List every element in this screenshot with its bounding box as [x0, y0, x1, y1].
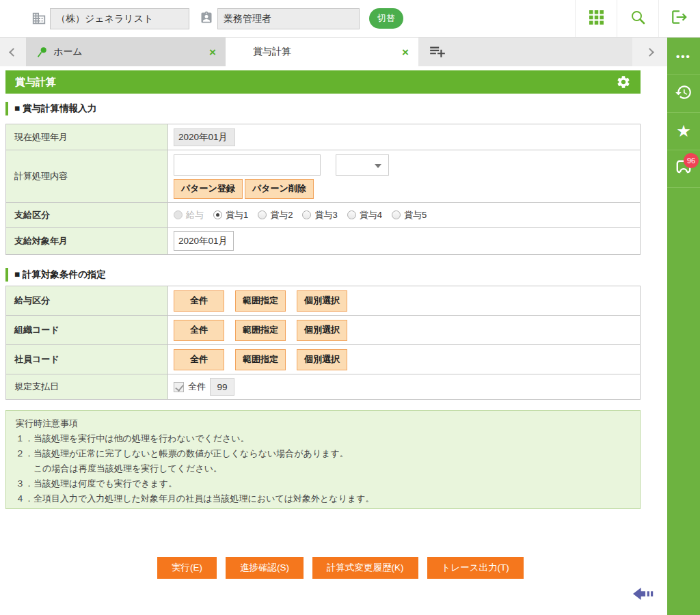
radio-bonus2-circle[interactable] — [258, 210, 267, 219]
salary-class-range-button[interactable]: 範囲指定 — [235, 290, 286, 312]
pattern-delete-button[interactable]: パターン削除 — [245, 179, 314, 199]
radio-bonus1-label: 賞与1 — [226, 209, 248, 221]
payday-all-checkbox — [174, 382, 184, 392]
tab-bonus-calc-label: 賞与計算 — [253, 46, 291, 58]
criteria-table: 給与区分 全件 範囲指定 個別選択 組織コード 全件 範囲指定 個別選択 社員コ… — [5, 286, 641, 400]
settings-button[interactable] — [616, 74, 631, 90]
tabbar: ホーム × 賞与計算 × — [0, 38, 667, 66]
collapse-panel-button[interactable] — [633, 586, 659, 602]
salary-class-label: 給与区分 — [6, 286, 168, 315]
radio-bonus5-label: 賞与5 — [404, 209, 427, 221]
employee-code-all-button[interactable]: 全件 — [174, 349, 224, 370]
radio-bonus1[interactable]: 賞与1 — [213, 209, 248, 221]
radio-bonus4-circle[interactable] — [347, 210, 356, 219]
org-code-label: 組織コード — [6, 316, 168, 344]
right-sidebar: ••• ★ 96 — [667, 38, 700, 615]
logout-icon — [671, 8, 688, 29]
tab-bonus-calc[interactable]: 賞与計算 × — [226, 38, 418, 66]
execute-button[interactable]: 実行(E) — [157, 557, 217, 579]
note-line: ３．当該処理は何度でも実行できます。 — [16, 476, 630, 491]
current-month-label: 現在処理年月 — [6, 124, 168, 150]
radio-bonus5[interactable]: 賞与5 — [392, 209, 427, 221]
current-month-input — [174, 128, 235, 146]
page-header: 賞与計算 — [5, 70, 641, 94]
trace-output-button[interactable]: トレース出力(T) — [427, 557, 524, 579]
role-clipboard-icon — [200, 11, 213, 27]
more-menu-button[interactable]: ••• — [667, 38, 700, 75]
tab-bonus-calc-close-icon[interactable]: × — [402, 46, 409, 58]
role-input[interactable] — [217, 8, 360, 29]
radio-bonus4[interactable]: 賞与4 — [347, 209, 382, 221]
execution-notes: 実行時注意事項 １．当該処理を実行中は他の処理を行わないでください。 ２．当該処… — [5, 410, 641, 509]
row-target-month: 支給対象年月 — [6, 228, 640, 254]
employee-code-label: 社員コード — [6, 345, 168, 374]
tabs-scroll-right-button[interactable] — [632, 38, 667, 66]
formula-history-button[interactable]: 計算式変更履歴(K) — [312, 557, 418, 579]
app-window: 切替 — [0, 0, 700, 615]
apps-grid-icon — [589, 10, 604, 27]
radio-bonus3[interactable]: 賞与3 — [302, 209, 337, 221]
payment-type-label: 支給区分 — [6, 203, 168, 227]
company-building-icon — [31, 11, 46, 29]
row-current-month: 現在処理年月 — [6, 124, 640, 150]
collapse-arrow-icon — [633, 586, 656, 601]
radio-bonus2[interactable]: 賞与2 — [258, 209, 293, 221]
notifications-button[interactable]: 96 — [667, 150, 700, 188]
pattern-select[interactable] — [336, 154, 389, 176]
row-calc-content: 計算処理内容 パターン登録 パターン削除 — [6, 150, 640, 203]
note-line: １．当該処理を実行中は他の処理を行わないでください。 — [16, 431, 630, 446]
row-payday: 規定支払日 全件 — [6, 374, 640, 399]
calc-content-input[interactable] — [174, 154, 321, 176]
salary-class-individual-button[interactable]: 個別選択 — [297, 290, 347, 312]
tab-home-close-icon[interactable]: × — [209, 46, 216, 58]
add-tab-icon — [429, 42, 446, 63]
radio-salary-label: 給与 — [186, 209, 204, 221]
salary-class-all-button[interactable]: 全件 — [174, 290, 224, 312]
radio-salary: 給与 — [174, 209, 204, 221]
payday-checkbox-label: 全件 — [188, 381, 206, 393]
payday-input — [210, 378, 234, 396]
row-org-code: 組織コード 全件 範囲指定 個別選択 — [6, 316, 640, 345]
notification-badge: 96 — [684, 153, 699, 168]
star-icon: ★ — [676, 123, 691, 139]
employee-code-range-button[interactable]: 範囲指定 — [235, 349, 286, 370]
tab-home[interactable]: ホーム × — [26, 38, 226, 66]
favorites-button[interactable]: ★ — [667, 113, 700, 150]
ellipsis-icon: ••• — [676, 51, 691, 62]
bonus-info-table: 現在処理年月 計算処理内容 パターン登録 パターン削除 — [5, 124, 641, 255]
progress-check-button[interactable]: 進捗確認(S) — [226, 557, 304, 579]
apps-grid-button[interactable] — [575, 0, 617, 37]
calc-content-label: 計算処理内容 — [6, 150, 168, 202]
page-title: 賞与計算 — [15, 76, 56, 89]
org-code-individual-button[interactable]: 個別選択 — [297, 320, 347, 341]
company-input[interactable] — [50, 8, 189, 29]
target-month-label: 支給対象年月 — [6, 228, 168, 254]
payment-type-radio-group: 給与 賞与1 賞与2 賞与3 — [168, 203, 640, 227]
action-buttons: 実行(E) 進捗確認(S) 計算式変更履歴(K) トレース出力(T) — [157, 557, 524, 579]
chevron-right-icon — [645, 48, 654, 57]
radio-bonus5-circle[interactable] — [392, 210, 401, 219]
radio-bonus1-circle[interactable] — [213, 210, 222, 219]
pattern-register-button[interactable]: パターン登録 — [174, 179, 243, 199]
note-line: ２．当該処理が正常に完了しないと帳票の数値が正しくならない場合があります。 — [16, 446, 630, 461]
section-title-input-info: ■ 賞与計算情報入力 — [5, 102, 96, 115]
employee-code-individual-button[interactable]: 個別選択 — [297, 349, 347, 370]
row-payment-type: 支給区分 給与 賞与1 賞与2 — [6, 203, 640, 228]
logout-button[interactable] — [658, 0, 700, 37]
note-line: この場合は再度当該処理を実行してください。 — [16, 461, 630, 476]
add-tab-button[interactable] — [425, 43, 450, 62]
search-button[interactable] — [617, 0, 658, 37]
radio-bonus4-label: 賞与4 — [360, 209, 382, 221]
tabs-scroll-left-button[interactable] — [0, 38, 26, 66]
radio-bonus3-circle[interactable] — [302, 210, 311, 219]
org-code-all-button[interactable]: 全件 — [174, 320, 224, 341]
org-code-range-button[interactable]: 範囲指定 — [235, 320, 286, 341]
target-month-input[interactable] — [174, 231, 234, 251]
radio-salary-circle — [174, 210, 183, 219]
chevron-left-icon — [9, 48, 18, 57]
gear-icon — [616, 74, 631, 90]
row-employee-code: 社員コード 全件 範囲指定 個別選択 — [6, 345, 640, 374]
history-button[interactable] — [667, 75, 700, 113]
switch-button[interactable]: 切替 — [369, 8, 403, 29]
notes-title: 実行時注意事項 — [16, 416, 630, 431]
